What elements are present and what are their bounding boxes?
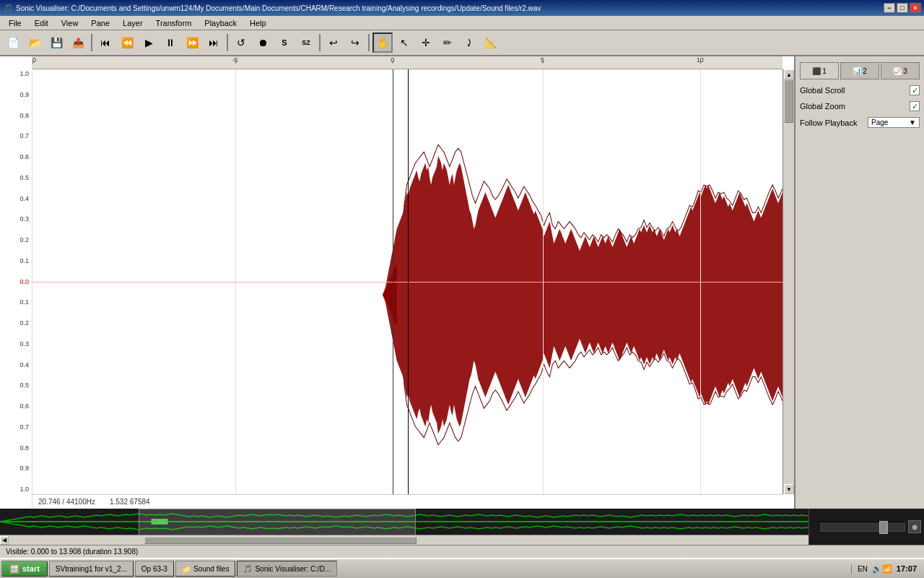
overview-panel[interactable]: ◀ ▶ [0, 509, 924, 545]
bottom-bar: Visible: 0.000 to 13.908 (duration 13.90… [0, 545, 924, 558]
panel-tab-3-label: 3 [903, 67, 907, 75]
snap2-button[interactable]: SZ [296, 33, 316, 53]
menu-item-edit[interactable]: Edit [29, 17, 54, 29]
panel-tab-2-label: 2 [863, 67, 867, 75]
taskbar-op63[interactable]: Op 63-3 [135, 561, 174, 577]
volume-slider[interactable] [819, 522, 905, 532]
global-scroll-row: Global Scroll ✓ [800, 85, 920, 95]
taskbar-svtraining-label: SVtraining1 for v1_2... [56, 565, 127, 573]
waveform-panel[interactable]: 10 -5 0 5 10 1.0 [0, 56, 794, 509]
global-zoom-row: Global Zoom ✓ [800, 101, 920, 111]
horizontal-scrollbar[interactable]: ◀ ▶ [0, 535, 924, 545]
y-label-0-7-bot: 0.7 [0, 424, 32, 431]
taskbar: 🪟 start SVtraining1 for v1_2... Op 63-3 … [0, 558, 924, 578]
y-label-0-3-top: 0.3 [0, 216, 32, 223]
new-button[interactable]: 📄 [3, 33, 23, 53]
y-label-0-9-bot: 0.9 [0, 465, 32, 472]
system-icons: 🔊📶 [872, 564, 892, 574]
right-panel: ⬛ 1 📊 2 📈 3 Global Scroll ✓ Global Zoom … [794, 56, 924, 509]
start-button[interactable]: 🪟 start [1, 561, 48, 577]
pause-button[interactable]: ⏸ [160, 33, 180, 53]
panel-tab-2[interactable]: 📊 2 [840, 62, 879, 79]
play-button[interactable]: ▶ [139, 33, 159, 53]
panel-tab-2-icon: 📊 [853, 67, 861, 75]
undo-button[interactable]: ↩ [323, 33, 344, 53]
global-scroll-label: Global Scroll [800, 86, 845, 95]
menu-item-playback[interactable]: Playback [199, 17, 243, 29]
y-label-0-7: 0.7 [0, 133, 32, 139]
fast-forward-end-button[interactable]: ⏭ [204, 33, 224, 53]
overview-container: ◀ ▶ ⊕ [0, 509, 924, 545]
taskbar-soundfiles[interactable]: 📁 Sound files [175, 561, 235, 577]
vertical-scrollbar[interactable]: ▲ ▼ [783, 69, 794, 494]
toolbar: 📄 📂 💾 📤 ⏮ ⏪ ▶ ⏸ ⏩ ⏭ ↺ ⏺ S SZ ↩ ↪ ✋ ↖ ✛ ✏… [0, 30, 924, 56]
menu-item-view[interactable]: View [56, 17, 84, 29]
zoom-reset-button[interactable]: ⊕ [908, 520, 921, 533]
scrollbar-up-arrow[interactable]: ▲ [784, 69, 794, 79]
menu-item-help[interactable]: Help [244, 17, 272, 29]
taskbar-soundfiles-label: Sound files [193, 565, 229, 573]
arrow-tool-button[interactable]: ↖ [394, 33, 414, 53]
export-button[interactable]: 📤 [68, 33, 88, 53]
menu-item-layer[interactable]: Layer [117, 17, 149, 29]
volume-slider-area[interactable]: ⊕ [808, 509, 924, 545]
y-label-1-0-top: 1.0 [0, 71, 32, 77]
y-label-0-1-bot: 0.1 [0, 299, 32, 306]
minimize-button[interactable]: − [884, 3, 895, 13]
y-label-0-0: 0.0 [0, 279, 32, 285]
x-tick-line [700, 61, 701, 64]
h-scrollbar-thumb[interactable] [144, 537, 417, 544]
save-button[interactable]: 💾 [46, 33, 66, 53]
windows-icon: 🪟 [9, 564, 19, 574]
x-tick-10: 10 [697, 56, 704, 64]
select-tool-button[interactable]: ✋ [372, 33, 393, 53]
move-tool-button[interactable]: ✛ [416, 33, 436, 53]
panel-tab-1-icon: ⬛ [812, 67, 821, 75]
snap-button[interactable]: S [274, 33, 295, 53]
follow-playback-row: Follow Playback Page ▼ [800, 117, 920, 128]
playhead-cursor [393, 69, 393, 494]
close-button[interactable]: × [910, 3, 921, 13]
panel-tab-1-label: 1 [822, 67, 827, 75]
menu-item-file[interactable]: File [3, 17, 27, 29]
redo-button[interactable]: ↪ [345, 33, 365, 53]
follow-playback-value: Page [871, 118, 888, 126]
taskbar-svtraining[interactable]: SVtraining1 for v1_2... [49, 561, 134, 577]
separator-1 [91, 34, 92, 51]
panel-tab-1[interactable]: ⬛ 1 [800, 62, 839, 79]
y-label-0-4-top: 0.4 [0, 196, 32, 202]
loop-button[interactable]: ↺ [231, 33, 251, 53]
time-samplerate: 20.746 / 44100Hz [38, 498, 95, 506]
scrollbar-thumb[interactable] [784, 79, 793, 123]
draw-tool-button[interactable]: ✏ [437, 33, 458, 53]
open-button[interactable]: 📂 [25, 33, 45, 53]
global-scroll-checkbox[interactable]: ✓ [910, 85, 920, 95]
taskbar-soundfiles-icon: 📁 [182, 565, 191, 573]
y-label-0-1-top: 0.1 [0, 258, 32, 264]
y-label-0-4-bot: 0.4 [0, 362, 32, 368]
rewind-start-button[interactable]: ⏮ [95, 33, 116, 53]
erase-tool-button[interactable]: ⤸ [459, 33, 479, 53]
window-title: Sonic Visualiser: C:/Documents and Setti… [16, 4, 541, 12]
y-label-0-6-bot: 0.6 [0, 403, 32, 410]
volume-thumb[interactable] [879, 521, 888, 534]
maximize-button[interactable]: □ [897, 3, 908, 13]
waveform-canvas[interactable] [32, 69, 783, 494]
scrollbar-down-arrow[interactable]: ▼ [784, 484, 794, 494]
separator-2 [227, 34, 228, 51]
menu-item-pane[interactable]: Pane [85, 17, 116, 29]
scrollbar-left-arrow[interactable]: ◀ [0, 536, 9, 545]
record-button[interactable]: ⏺ [253, 33, 273, 53]
position-cursor [408, 69, 409, 494]
taskbar-sonicvis-icon: 🎵 [243, 565, 252, 573]
taskbar-sonicvis[interactable]: 🎵 Sonic Visualiser: C:/D... [237, 561, 337, 577]
menu-item-transform[interactable]: Transform [150, 17, 198, 29]
rewind-button[interactable]: ⏪ [117, 33, 137, 53]
x-tick-5: 5 [541, 56, 544, 64]
panel-tab-3[interactable]: 📈 3 [881, 62, 920, 79]
follow-playback-dropdown[interactable]: Page ▼ [868, 117, 920, 128]
global-zoom-checkbox[interactable]: ✓ [910, 101, 920, 111]
taskbar-sonicvis-label: Sonic Visualiser: C:/D... [255, 565, 331, 573]
measure-tool-button[interactable]: 📐 [481, 33, 501, 53]
fast-forward-button[interactable]: ⏩ [182, 33, 202, 53]
